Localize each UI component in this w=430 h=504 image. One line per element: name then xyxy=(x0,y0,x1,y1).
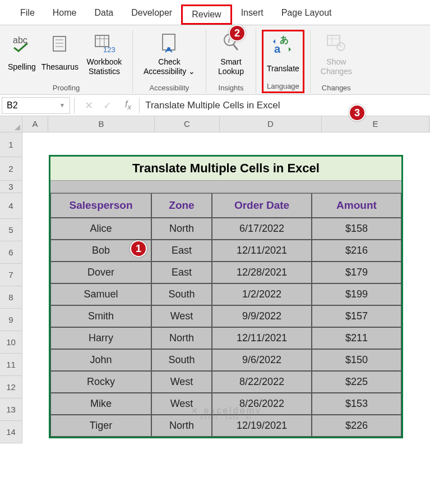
row-headers: 1234567891011121314 xyxy=(0,132,22,443)
header-salesperson: Salesperson xyxy=(50,193,151,218)
table-cell[interactable]: 12/28/2021 xyxy=(212,262,312,283)
select-all-corner[interactable] xyxy=(0,116,22,132)
table-row: DoverEast12/28/2021$179 xyxy=(50,262,401,283)
thesaurus-button[interactable]: Thesaurus xyxy=(39,30,81,78)
name-box-dropdown-icon[interactable]: ▼ xyxy=(59,102,65,108)
table-cell[interactable]: Smith xyxy=(50,305,151,327)
changes-label: Show Changes xyxy=(318,57,354,77)
table-cell[interactable]: South xyxy=(151,283,212,305)
cells-area[interactable]: Translate Multiple Cells in Excel Salesp… xyxy=(22,132,430,443)
row-header-9[interactable]: 9 xyxy=(0,309,22,331)
table-header-row: Salesperson Zone Order Date Amount xyxy=(50,193,401,218)
column-headers: A B C D E xyxy=(0,116,430,132)
fx-icon[interactable]: fx xyxy=(119,99,137,111)
enter-icon[interactable]: ✓ xyxy=(103,99,112,112)
group-label-language: Language xyxy=(267,82,299,90)
table-cell[interactable]: North xyxy=(151,218,212,240)
table-cell[interactable]: 1/2/2022 xyxy=(212,283,312,305)
row-header-13[interactable]: 13 xyxy=(0,398,22,421)
table-cell[interactable]: $211 xyxy=(312,327,401,349)
svg-text:123: 123 xyxy=(103,45,115,53)
table-cell[interactable]: $225 xyxy=(312,371,401,393)
tab-developer[interactable]: Developer xyxy=(122,4,181,25)
tab-review[interactable]: Review xyxy=(181,4,232,25)
formula-text[interactable]: Translate Multiple Cells in Excel xyxy=(142,100,280,111)
table-cell[interactable]: Rocky xyxy=(50,371,151,393)
col-header-e[interactable]: E xyxy=(322,116,429,132)
table-cell[interactable]: 12/11/2021 xyxy=(212,327,312,349)
tab-file[interactable]: File xyxy=(11,4,44,25)
accessibility-label: Check Accessibility ⌄ xyxy=(141,57,198,77)
table-cell[interactable]: 9/9/2022 xyxy=(212,305,312,327)
table-cell[interactable]: North xyxy=(151,327,212,349)
row-header-2[interactable]: 2 xyxy=(0,157,22,181)
row-header-1[interactable]: 1 xyxy=(0,132,22,157)
svg-line-15 xyxy=(233,44,238,50)
row-header-12[interactable]: 12 xyxy=(0,376,22,398)
table-row: SmithWest9/9/2022$157 xyxy=(50,305,401,327)
table-cell[interactable]: $179 xyxy=(312,262,401,283)
table-cell[interactable]: South xyxy=(151,349,212,371)
table-cell[interactable]: $150 xyxy=(312,349,401,371)
header-amount: Amount xyxy=(312,193,401,218)
show-changes-button: Show Changes xyxy=(316,30,357,78)
spelling-button[interactable]: abc Spelling xyxy=(6,30,38,78)
header-zone: Zone xyxy=(151,193,212,218)
row-header-14[interactable]: 14 xyxy=(0,421,22,443)
table-cell[interactable]: $216 xyxy=(312,240,401,262)
table-cell[interactable]: Tiger xyxy=(50,415,151,437)
row-header-5[interactable]: 5 xyxy=(0,219,22,241)
table-cell[interactable]: East xyxy=(151,262,212,283)
table-cell[interactable]: West xyxy=(151,305,212,327)
table-cell[interactable]: John xyxy=(50,349,151,371)
row-header-4[interactable]: 4 xyxy=(0,193,22,219)
group-changes: Show Changes Changes xyxy=(311,30,362,93)
row-header-10[interactable]: 10 xyxy=(0,331,22,354)
table-cell[interactable]: $157 xyxy=(312,305,401,327)
name-box[interactable]: B2 ▼ xyxy=(2,97,70,114)
stats-label: Workbook Statistics xyxy=(84,57,124,77)
row-header-3[interactable]: 3 xyxy=(0,181,22,193)
svg-text:あ: あ xyxy=(280,35,289,45)
table-cell[interactable]: $199 xyxy=(312,283,401,305)
col-header-a[interactable]: A xyxy=(22,116,48,132)
tab-insert[interactable]: Insert xyxy=(232,4,272,25)
col-header-d[interactable]: D xyxy=(220,116,322,132)
group-label-changes: Changes xyxy=(316,81,357,93)
row-header-8[interactable]: 8 xyxy=(0,286,22,309)
table-cell[interactable]: Harry xyxy=(50,327,151,349)
table-cell[interactable]: West xyxy=(151,371,212,393)
col-header-c[interactable]: C xyxy=(155,116,220,132)
table-cell[interactable]: Samuel xyxy=(50,283,151,305)
table-cell[interactable]: Mike xyxy=(50,393,151,415)
check-accessibility-button[interactable]: Check Accessibility ⌄ xyxy=(138,30,200,78)
table-cell[interactable]: 9/6/2022 xyxy=(212,349,312,371)
callout-badge-2: 2 xyxy=(229,25,246,42)
stats-icon: 123 xyxy=(92,31,117,56)
tab-page-layout[interactable]: Page Layout xyxy=(272,4,341,25)
header-order-date: Order Date xyxy=(212,193,312,218)
table-cell[interactable]: East xyxy=(151,240,212,262)
table-row: RockyWest8/22/2022$225 xyxy=(50,371,401,393)
translate-label: Translate xyxy=(267,58,299,79)
tab-data[interactable]: Data xyxy=(85,4,122,25)
row-header-11[interactable]: 11 xyxy=(0,354,22,376)
cancel-icon[interactable]: ✕ xyxy=(85,99,93,112)
table-cell[interactable]: 8/22/2022 xyxy=(212,371,312,393)
workbook-statistics-button[interactable]: 123 Workbook Statistics xyxy=(82,30,127,78)
table-row: BobEast12/11/2021$216 xyxy=(50,240,401,262)
table-cell[interactable]: $153 xyxy=(312,393,401,415)
table-cell[interactable]: 6/17/2022 xyxy=(212,218,312,240)
table-cell[interactable]: 12/11/2021 xyxy=(212,240,312,262)
table-cell[interactable]: $226 xyxy=(312,415,401,437)
tab-home[interactable]: Home xyxy=(44,4,86,25)
row-header-6[interactable]: 6 xyxy=(0,241,22,264)
ribbon-tabs: File Home Data Developer Review Insert P… xyxy=(0,0,430,25)
table-cell[interactable]: $158 xyxy=(312,218,401,240)
row-header-7[interactable]: 7 xyxy=(0,264,22,286)
watermark: ⨯ exceldemy EXCEL · DATA · BI xyxy=(191,405,262,420)
translate-button[interactable]: あa Translate Language xyxy=(262,30,304,93)
col-header-b[interactable]: B xyxy=(48,116,155,132)
table-cell[interactable]: Dover xyxy=(50,262,151,283)
table-cell[interactable]: Alice xyxy=(50,218,151,240)
